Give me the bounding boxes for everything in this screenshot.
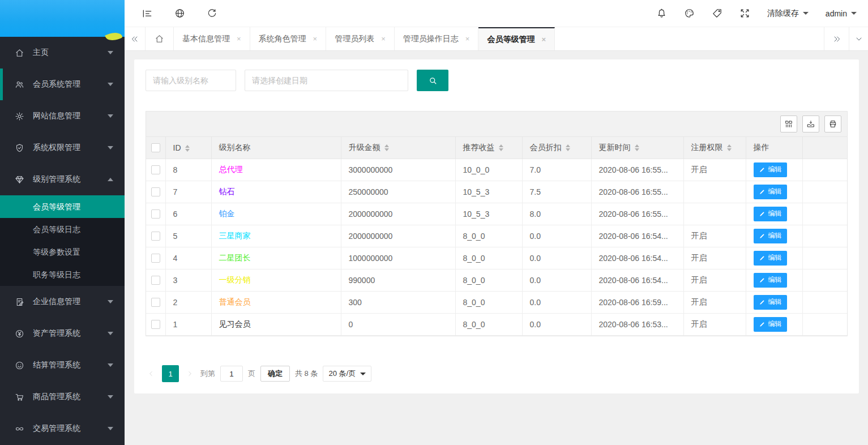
cell-id: 8	[165, 159, 211, 181]
edit-button[interactable]: 编辑	[754, 273, 787, 288]
create-date-input[interactable]	[245, 70, 408, 91]
sidebar-item-label: 结算管理系统	[33, 360, 103, 370]
sort-icon[interactable]	[185, 145, 190, 152]
tag-icon	[712, 8, 722, 19]
row-checkbox[interactable]	[151, 187, 160, 196]
sort-icon[interactable]	[566, 144, 570, 151]
notifications-button[interactable]	[656, 8, 667, 19]
edit-button[interactable]: 编辑	[754, 295, 787, 310]
export-button[interactable]	[802, 115, 819, 132]
chevron-icon	[108, 51, 113, 54]
edit-button[interactable]: 编辑	[754, 162, 787, 177]
row-checkbox[interactable]	[151, 254, 160, 263]
cell-member-discount: 0.0	[522, 269, 591, 291]
sidebar-menu-item[interactable]: 交易管理系统	[0, 413, 125, 444]
goto-page-input[interactable]	[220, 366, 243, 382]
edit-button[interactable]: 编辑	[754, 229, 787, 243]
sidebar-submenu: 会员等级管理会员等级日志等级参数设置职务等级日志	[0, 195, 125, 286]
sidebar-menu-item[interactable]: 结算管理系统	[0, 349, 125, 381]
search-button[interactable]	[417, 70, 448, 91]
infinity-icon	[15, 424, 24, 434]
cell-member-discount: 8.0	[522, 203, 591, 225]
row-checkbox[interactable]	[151, 165, 160, 174]
edit-button[interactable]: 编辑	[754, 207, 787, 221]
tab[interactable]: 会员等级管理 ×	[478, 27, 555, 50]
pencil-icon	[759, 189, 766, 195]
sidebar-menu-item[interactable]: 资产管理系统	[0, 318, 125, 349]
close-icon[interactable]: ×	[237, 35, 241, 43]
cell-referral-income: 8_0_0	[455, 269, 522, 291]
close-icon[interactable]: ×	[465, 35, 470, 43]
edit-button[interactable]: 编辑	[754, 317, 787, 332]
sort-icon[interactable]	[499, 144, 503, 151]
print-icon	[828, 119, 837, 129]
edit-button[interactable]: 编辑	[754, 185, 787, 199]
prev-page-button[interactable]	[146, 370, 157, 378]
sidebar-menu-item[interactable]: 网站信息管理	[0, 100, 125, 132]
filter-columns-button[interactable]	[780, 115, 797, 132]
sidebar-submenu-item[interactable]: 会员等级日志	[0, 218, 125, 241]
cell-id: 3	[165, 269, 211, 291]
close-icon[interactable]: ×	[541, 35, 546, 44]
sort-icon[interactable]	[384, 144, 389, 151]
sidebar-submenu-item[interactable]: 等级参数设置	[0, 241, 125, 263]
tab-label: 基本信息管理	[182, 34, 230, 44]
tab[interactable]: 系统角色管理 ×	[250, 27, 327, 50]
sidebar-item-label: 网站信息管理	[33, 111, 103, 121]
next-page-button[interactable]	[184, 370, 195, 378]
row-filler	[802, 159, 847, 181]
tab-home[interactable]	[146, 27, 174, 50]
sidebar-menu-item[interactable]: 系统权限管理	[0, 132, 125, 164]
close-icon[interactable]: ×	[313, 35, 318, 43]
sidebar-menu-item[interactable]: 会员系统管理	[0, 69, 125, 100]
sidebar-submenu-item[interactable]: 会员等级管理	[0, 195, 125, 218]
level-name: 见习会员	[219, 319, 251, 328]
sort-icon[interactable]	[635, 144, 639, 151]
sidebar-menu-item[interactable]: 商品管理系统	[0, 381, 125, 413]
row-checkbox[interactable]	[151, 320, 160, 329]
tabs-menu-button[interactable]	[849, 27, 868, 50]
sidebar-menu-item[interactable]: 企业信息管理	[0, 286, 125, 318]
row-checkbox[interactable]	[151, 209, 160, 219]
cell-id: 5	[165, 225, 211, 247]
sidebar-menu-item[interactable]: 主页	[0, 37, 125, 69]
clear-cache-dropdown[interactable]: 清除缓存	[767, 8, 809, 19]
fullscreen-button[interactable]	[739, 8, 750, 19]
tab[interactable]: 管理员操作日志 ×	[395, 27, 479, 50]
confirm-button[interactable]: 确定	[260, 366, 290, 382]
cell-register-permission: 开启	[683, 269, 746, 291]
close-icon[interactable]: ×	[381, 35, 386, 43]
page-size-value: 20 条/页	[328, 369, 356, 379]
tab[interactable]: 管理员列表 ×	[326, 27, 395, 50]
level-name-input[interactable]	[146, 70, 236, 91]
diamond-icon	[15, 175, 24, 185]
palette-icon	[684, 8, 695, 19]
clear-cache-label: 清除缓存	[767, 8, 799, 19]
tabs-scroll-right-button[interactable]	[824, 27, 849, 50]
tag-button[interactable]	[712, 8, 722, 19]
tabs-scroll-left-button[interactable]	[125, 27, 146, 50]
refresh-button[interactable]	[207, 8, 217, 19]
site-home-button[interactable]	[174, 8, 185, 19]
tab[interactable]: 基本信息管理 ×	[174, 27, 250, 50]
cell-id: 2	[165, 291, 211, 313]
user-dropdown[interactable]: admin	[826, 9, 857, 18]
chevron-icon	[108, 332, 113, 335]
username-label: admin	[826, 9, 847, 18]
page-size-select[interactable]: 20 条/页	[323, 366, 371, 382]
sidebar-menu-item[interactable]: 级别管理系统	[0, 164, 125, 195]
row-checkbox[interactable]	[151, 232, 160, 241]
cell-referral-income: 8_0_0	[455, 225, 522, 247]
row-checkbox-cell	[146, 269, 165, 291]
print-button[interactable]	[824, 115, 841, 132]
theme-button[interactable]	[684, 8, 695, 19]
menu-collapse-button[interactable]	[142, 8, 153, 19]
sidebar-submenu-item[interactable]: 职务等级日志	[0, 263, 125, 286]
sort-icon[interactable]	[727, 144, 732, 151]
cell-level-name: 钻石	[211, 181, 341, 203]
current-page-button[interactable]: 1	[162, 365, 179, 382]
row-checkbox[interactable]	[151, 276, 160, 285]
row-checkbox[interactable]	[151, 298, 160, 307]
edit-button[interactable]: 编辑	[754, 251, 787, 266]
select-all-checkbox[interactable]	[151, 143, 160, 152]
